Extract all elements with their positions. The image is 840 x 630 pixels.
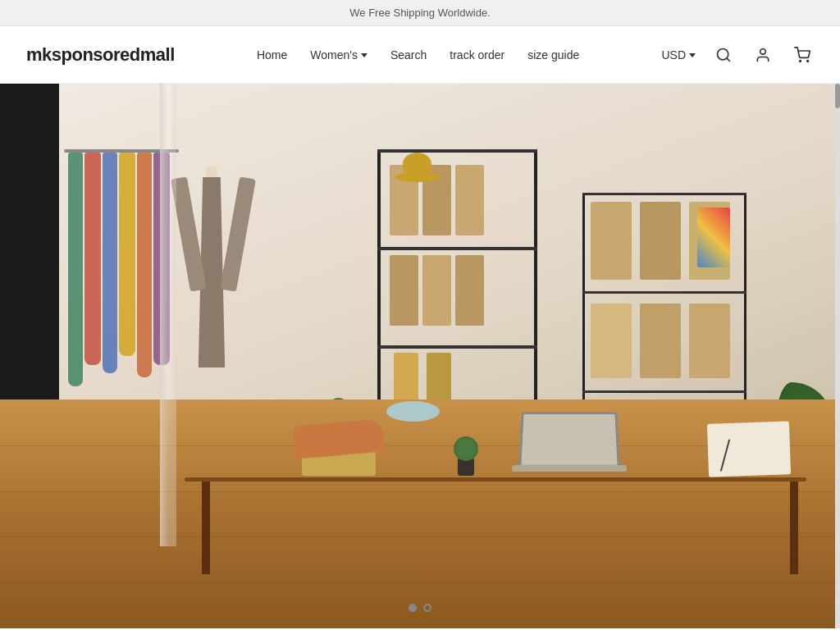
hero-section	[0, 84, 840, 628]
svg-point-3	[800, 60, 801, 62]
slide-dot-2[interactable]	[423, 604, 431, 612]
nav-item-track-order[interactable]: track order	[450, 48, 504, 62]
header-actions: USD	[661, 43, 814, 66]
nav-item-size-guide[interactable]: size guide	[527, 48, 579, 62]
slide-indicators	[409, 604, 431, 612]
cart-icon	[794, 47, 810, 63]
womens-chevron-icon	[361, 53, 368, 57]
scrollbar[interactable]	[835, 84, 840, 628]
notebook	[708, 422, 790, 476]
main-nav: Home Women's Search track order size gui…	[257, 48, 579, 62]
shoe-display	[294, 427, 384, 476]
account-button[interactable]	[751, 43, 774, 66]
curtain	[160, 84, 176, 546]
table-plant	[454, 435, 478, 476]
search-icon	[715, 47, 732, 63]
nav-item-womens[interactable]: Women's	[310, 48, 368, 62]
announcement-bar: We Free Shipping Worldwide.	[0, 0, 840, 26]
straw-hat	[395, 149, 440, 182]
svg-line-1	[727, 57, 730, 61]
cart-button[interactable]	[791, 43, 814, 66]
table-leg-left	[202, 482, 210, 574]
svg-point-4	[807, 60, 809, 62]
logo[interactable]: mksponsoredmall	[26, 44, 175, 66]
account-icon	[755, 47, 771, 63]
announcement-text: We Free Shipping Worldwide.	[349, 7, 491, 19]
laptop	[504, 410, 635, 476]
currency-chevron-icon	[689, 53, 696, 57]
svg-point-2	[760, 48, 766, 54]
stool	[386, 401, 440, 422]
table-leg-right	[790, 482, 798, 574]
hero-image	[0, 84, 840, 628]
search-button[interactable]	[712, 43, 735, 66]
nav-item-home[interactable]: Home	[257, 48, 287, 62]
currency-value: USD	[661, 48, 686, 62]
scrollbar-thumb	[835, 84, 840, 108]
slide-dot-1[interactable]	[409, 604, 417, 612]
header: mksponsoredmall Home Women's Search trac…	[0, 26, 840, 84]
currency-selector[interactable]: USD	[661, 48, 696, 62]
table-surface	[185, 477, 806, 482]
nav-item-search[interactable]: Search	[390, 48, 427, 62]
